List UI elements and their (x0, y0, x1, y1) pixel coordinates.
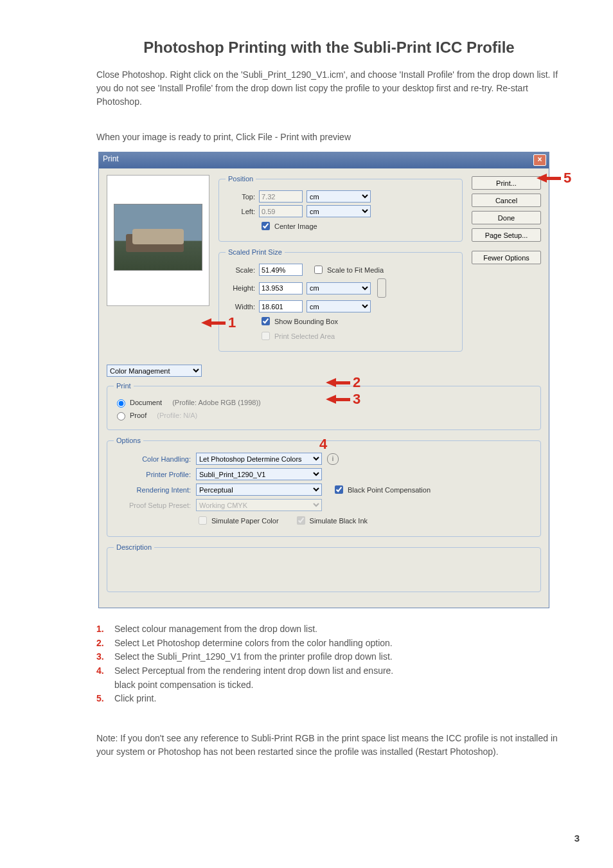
print-source-group: Print Document (Profile: Adobe RGB (1998… (107, 382, 541, 430)
intro-text: Close Photoshop. Right click on the 'Sub… (96, 68, 562, 109)
width-input[interactable] (259, 300, 303, 312)
step-num: 4. (96, 664, 111, 678)
fewer-options-button[interactable]: Fewer Options (472, 251, 541, 264)
scale-label: Scale: (226, 266, 255, 274)
top-label: Top: (226, 193, 255, 201)
step-text: Click print. (114, 692, 156, 706)
section-select[interactable]: Color Management (107, 365, 202, 377)
left-label: Left: (226, 208, 255, 215)
sim-paper-label: Simulate Paper Color (211, 517, 279, 525)
print-source-legend: Print (114, 382, 134, 390)
width-unit-select[interactable]: cm (306, 300, 371, 312)
left-unit-select[interactable]: cm (306, 205, 371, 217)
printer-profile-select[interactable]: Subli_Print_1290_V1 (196, 468, 322, 480)
step-text: Select Perceptual from the rendering int… (114, 664, 393, 678)
color-handling-select[interactable]: Let Photoshop Determine Colors (196, 453, 322, 465)
color-handling-label: Color Handling: (114, 455, 191, 463)
sim-black-label: Simulate Black Ink (310, 517, 368, 525)
options-group: Options Color Handling: Let Photoshop De… (107, 437, 541, 537)
bpc-label: Black Point Compensation (348, 486, 431, 494)
proof-radio-label: Proof (130, 411, 147, 419)
page-number: 3 (574, 833, 580, 844)
top-unit-select[interactable]: cm (306, 190, 371, 203)
sim-paper-checkbox: Simulate Paper Color (196, 514, 279, 527)
info-icon[interactable]: i (327, 453, 339, 465)
scaled-size-group: Scaled Print Size Scale: Scale to Fit Me… (218, 248, 463, 352)
document-profile-text: (Profile: Adobe RGB (1998)) (172, 399, 261, 406)
steps-list: 1.Select colour management from the drop… (96, 622, 562, 706)
page-setup-button[interactable]: Page Setup... (472, 228, 541, 242)
dialog-title: Print (103, 154, 119, 163)
description-legend: Description (114, 543, 154, 551)
proof-profile-text: (Profile: N/A) (157, 411, 197, 419)
scale-input[interactable] (259, 264, 303, 276)
scale-fit-checkbox[interactable]: Scale to Fit Media (312, 264, 384, 276)
position-legend: Position (226, 175, 256, 183)
step-text: Select Let Photoshop determine colors fr… (114, 637, 393, 651)
close-icon[interactable]: × (533, 154, 546, 166)
link-icon[interactable] (377, 278, 386, 298)
rendering-intent-label: Rendering Intent: (114, 486, 191, 494)
proof-preset-select: Working CMYK (196, 499, 322, 511)
height-input[interactable] (259, 282, 303, 294)
scale-fit-label: Scale to Fit Media (327, 266, 384, 274)
left-input (259, 205, 303, 217)
position-group: Position Top: cm Left: cm (218, 175, 463, 242)
document-radio[interactable]: Document (114, 397, 162, 408)
done-button[interactable]: Done (472, 211, 541, 224)
rendering-intent-select[interactable]: Perceptual (196, 484, 322, 496)
center-image-checkbox[interactable]: Center Image (259, 220, 317, 232)
printer-profile-label: Printer Profile: (114, 471, 191, 478)
print-dialog: Print × Position Top: (98, 152, 549, 608)
print-button[interactable]: Print... (472, 176, 541, 190)
note-text: Note: If you don't see any reference to … (96, 732, 562, 759)
step-num: 1. (96, 622, 111, 637)
step-num: 5. (96, 692, 111, 706)
document-radio-label: Document (130, 399, 162, 406)
center-image-label: Center Image (274, 222, 317, 230)
step-num: 3. (96, 650, 111, 664)
print-sel-checkbox: Print Selected Area (259, 330, 335, 342)
page-title: Photoshop Printing with the Subli-Print … (96, 39, 562, 57)
width-label: Width: (226, 303, 255, 311)
step-text: Select colour management from the drop d… (114, 622, 317, 637)
description-group: Description (107, 543, 541, 592)
step-text: Select the Subli_Print_1290_V1 from the … (114, 650, 393, 664)
prelude-text: When your image is ready to print, Click… (96, 131, 562, 144)
top-input (259, 190, 303, 203)
show-bbox-checkbox[interactable]: Show Bounding Box (259, 315, 338, 327)
height-label: Height: (226, 284, 255, 292)
step-text-cont: black point compensation is ticked. (114, 678, 562, 692)
step-num: 2. (96, 637, 111, 651)
height-unit-select[interactable]: cm (306, 282, 371, 294)
print-sel-label: Print Selected Area (274, 332, 335, 340)
proof-preset-label: Proof Setup Preset: (114, 502, 191, 509)
dialog-titlebar: Print × (99, 152, 549, 168)
print-preview (107, 175, 209, 358)
show-bbox-label: Show Bounding Box (274, 318, 338, 325)
cancel-button[interactable]: Cancel (472, 194, 541, 207)
scaled-legend: Scaled Print Size (226, 248, 285, 256)
proof-radio[interactable]: Proof (114, 410, 147, 420)
sim-black-checkbox: Simulate Black Ink (294, 514, 368, 527)
bpc-checkbox[interactable]: Black Point Compensation (332, 484, 431, 496)
options-legend: Options (114, 437, 143, 444)
